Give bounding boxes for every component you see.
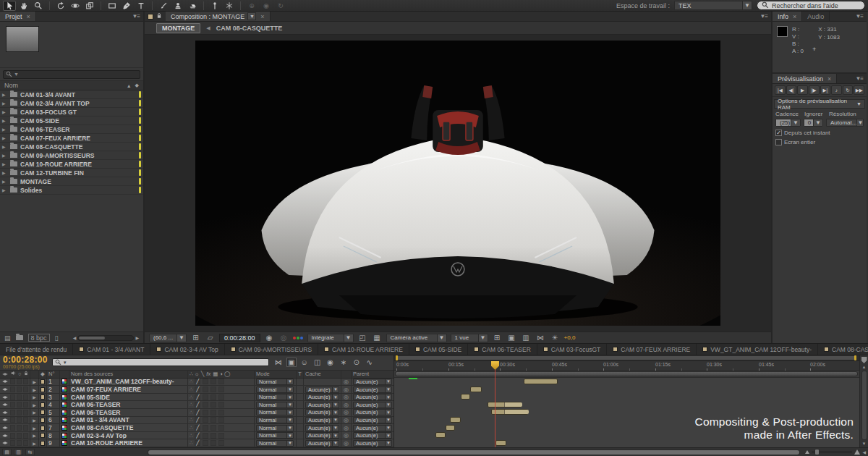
eye-icon[interactable]	[1, 402, 9, 408]
label-color-bar[interactable]	[139, 178, 141, 185]
comp-mini-flowchart-icon[interactable]: ⋈	[273, 358, 284, 367]
show-channel-icon[interactable]	[293, 333, 304, 342]
mode-column-label[interactable]: Mode	[255, 371, 297, 378]
project-folder-row[interactable]: ▶CAM 01-3/4 AVANT	[0, 90, 143, 99]
pickwhip-icon[interactable]: ◎	[341, 386, 352, 393]
timeline-layer-row[interactable]: ▶3CAM 05-SIDE∴╱Normal▼Aucun(e)▼◎Aucun(e)…	[0, 394, 393, 402]
comp-marker-bin-icon[interactable]	[861, 357, 867, 363]
navigator-start-handle[interactable]	[396, 355, 398, 360]
chevron-down-icon[interactable]: ▼	[332, 394, 339, 400]
parent-selector[interactable]: Aucun(e)▼	[353, 394, 392, 400]
expand-in-out-icon[interactable]: ⇆	[25, 449, 35, 455]
chevron-down-icon[interactable]: ▼	[332, 410, 339, 415]
play-button[interactable]: ▶	[797, 85, 808, 95]
chevron-down-icon[interactable]: ▼	[385, 387, 391, 392]
timeline-tab[interactable]: CAM 05-SIDE	[409, 344, 468, 355]
pickwhip-icon[interactable]: ◎	[341, 417, 352, 424]
selection-tool[interactable]	[3, 1, 16, 11]
audio-toggle-button[interactable]: ♪	[831, 85, 842, 95]
timeline-tab[interactable]: CAM 10-ROUE ARRIERE	[318, 344, 409, 355]
parent-selector[interactable]: Aucun(e)▼	[353, 379, 392, 385]
layer-label-chip[interactable]	[39, 386, 47, 393]
transparency-grid-icon[interactable]: ▦	[372, 333, 383, 342]
layer-label-chip[interactable]	[39, 401, 47, 408]
av-toggle[interactable]	[10, 387, 15, 392]
layer-name[interactable]: CAM 05-SIDE	[69, 394, 188, 401]
chevron-down-icon[interactable]: ▼	[332, 441, 339, 446]
region-of-interest-icon[interactable]: ◰	[357, 333, 368, 342]
trkmat-selector[interactable]: Aucun(e)▼	[305, 440, 339, 447]
twirl-icon[interactable]: ▶	[2, 179, 7, 184]
twirl-icon[interactable]: ▶	[2, 109, 7, 114]
av-toggle[interactable]	[23, 387, 28, 392]
timeline-layer-row[interactable]: ▶6CAM 01 - 3/4 AVANT∴╱Normal▼Aucun(e)▼◎A…	[0, 417, 393, 425]
rotation-tool[interactable]	[54, 1, 67, 11]
tab-previsualisation[interactable]: Prévisualisation×	[773, 74, 837, 83]
t-cell[interactable]	[297, 424, 304, 431]
audio-column-icon[interactable]	[10, 371, 17, 378]
number-column-label[interactable]: N°	[47, 371, 60, 378]
twirl-icon[interactable]: ▶	[2, 170, 7, 175]
close-icon[interactable]: ×	[27, 13, 30, 20]
new-folder-icon[interactable]	[16, 334, 23, 342]
av-toggle[interactable]	[23, 410, 28, 415]
label-color-bar[interactable]	[139, 143, 141, 150]
draft-3d-icon[interactable]: ▣	[286, 358, 297, 367]
layer-bars-area[interactable]: Compositing & Post-productionmade in Aft…	[394, 378, 859, 447]
chevron-down-icon[interactable]: ▼	[742, 1, 752, 9]
tab-audio[interactable]: Audio	[802, 12, 830, 21]
clip-bar[interactable]	[435, 432, 446, 438]
twirl-icon[interactable]: ▶	[30, 417, 39, 424]
twirl-icon[interactable]: ▶	[30, 386, 39, 393]
breadcrumb-current[interactable]: MONTAGE	[156, 23, 200, 33]
trkmat-selector[interactable]: Aucun(e)▼	[305, 425, 339, 431]
timeline-tab[interactable]: CAM 07-FEUX ARRIERE	[607, 344, 697, 355]
av-toggle[interactable]	[10, 425, 15, 431]
chevron-down-icon[interactable]: ▼	[286, 394, 293, 400]
time-ruler[interactable]: 0:00s00:15s00:30s00:45s01:00s01:15s01:30…	[394, 361, 859, 371]
clip-bar[interactable]	[524, 379, 558, 384]
mode-selector[interactable]: Normal▼	[256, 440, 294, 447]
clip-bar[interactable]	[491, 409, 528, 415]
puppet-tool[interactable]	[208, 1, 221, 11]
project-scrollbar[interactable]	[77, 335, 134, 341]
label-column-icon[interactable]: ◆	[39, 371, 47, 378]
chevron-down-icon[interactable]: ▼	[385, 402, 391, 408]
breadcrumb-previous[interactable]: CAM 08-CASQUETTE	[216, 25, 283, 32]
ram-preview-button[interactable]: ▶▶	[854, 85, 864, 95]
twirl-icon[interactable]: ▶	[2, 118, 7, 123]
trkmat-selector[interactable]: Aucun(e)▼	[305, 402, 339, 408]
clone-stamp-tool[interactable]	[171, 1, 184, 11]
t-column-label[interactable]: T	[297, 371, 304, 378]
tab-info[interactable]: Info×	[773, 12, 802, 21]
layer-name[interactable]: CAM 06-TEASER	[69, 401, 188, 408]
av-toggle[interactable]	[17, 433, 22, 439]
av-toggle[interactable]	[23, 425, 28, 431]
project-folder-row[interactable]: ▶CAM 08-CASQUETTE	[0, 143, 143, 151]
av-toggle[interactable]	[23, 417, 28, 423]
label-color-bar[interactable]	[139, 109, 141, 115]
chevron-down-icon[interactable]: ▼	[332, 387, 339, 392]
timeline-tab[interactable]: CAM 08-CASQUETTE	[818, 344, 868, 355]
chevron-down-icon[interactable]: ▼	[385, 433, 391, 438]
last-frame-button[interactable]: ▶|	[820, 85, 831, 95]
timeline-layer-row[interactable]: ▶5CAM 06-TEASER∴╱Normal▼Aucun(e)▼◎Aucun(…	[0, 409, 393, 417]
expand-layer-switches-icon[interactable]: ▤	[2, 449, 12, 455]
panel-menu-icon[interactable]: ▼≡	[128, 12, 143, 21]
snapshot-icon[interactable]: ◉	[264, 333, 275, 342]
chevron-down-icon[interactable]: ▼	[385, 441, 391, 446]
twirl-icon[interactable]: ▶	[2, 161, 7, 166]
clip-bar[interactable]	[495, 440, 506, 446]
twirl-icon[interactable]: ▶	[30, 424, 39, 431]
av-toggle[interactable]	[10, 433, 15, 439]
chevron-down-icon[interactable]: ▼	[286, 433, 293, 438]
workspace-selector[interactable]: TEX ▼	[674, 1, 752, 10]
lock-icon[interactable]	[156, 12, 163, 21]
project-folder-row[interactable]: ▶MONTAGE	[0, 177, 143, 186]
prev-frame-button[interactable]: ◀|	[786, 85, 797, 95]
av-toggle[interactable]	[17, 410, 22, 415]
clip-bar[interactable]	[446, 425, 455, 431]
chevron-down-icon[interactable]: ▼	[385, 410, 391, 415]
av-toggle[interactable]	[23, 394, 28, 400]
zoom-in-timeline-icon[interactable]	[854, 449, 860, 455]
